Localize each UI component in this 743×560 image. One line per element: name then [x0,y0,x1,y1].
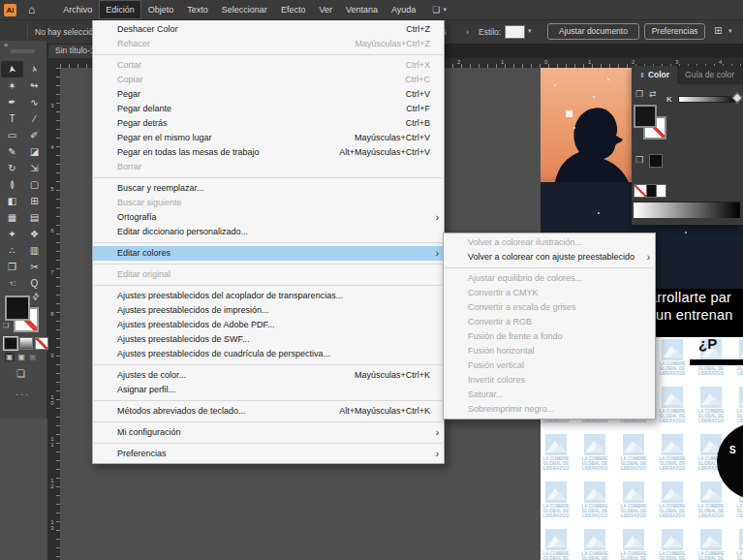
menu-efecto[interactable]: Efecto [274,0,313,19]
artboard-tool[interactable]: ❐ [1,259,23,275]
free-transform-tool[interactable]: ▢ [23,176,46,193]
style-swatch[interactable] [505,25,525,39]
menu-objeto[interactable]: Objeto [141,0,181,19]
black-swatch[interactable] [647,184,657,198]
current-color-swatch[interactable] [649,154,663,168]
tab-color[interactable]: ⇕Color [632,66,677,84]
editar-colores-item-fusion-de-frente-a-fondo[interactable]: Fusión de frente a fondo [444,329,655,344]
draw-behind-icon[interactable]: ▣ [18,353,26,361]
menu-ayuda[interactable]: Ayuda [385,0,422,19]
edit-menu-item-deshacer-color[interactable]: Deshacer ColorCtrl+Z [93,22,444,37]
menu-archivo[interactable]: Archivo [56,0,99,19]
pencil-tool[interactable]: ✎ [1,143,23,160]
edit-menu-item-editar-original[interactable]: Editar original [93,267,444,282]
swap-fill-stroke-icon[interactable]: ⇄ [30,291,42,302]
color-mode-gradient[interactable] [19,337,33,350]
edit-menu-item-ajustes-preestablecidos-de-adobe-pdf[interactable]: Ajustes preestablecidos de Adobe PDF... [93,318,444,332]
line-segment-tool[interactable]: ∕ [23,110,46,127]
gradient-tool[interactable]: ▤ [23,209,46,226]
blend-tool[interactable]: ❖ [23,226,46,242]
direct-selection-tool[interactable]: ➢ [23,61,46,78]
screen-mode-icon[interactable]: ❏ [16,368,25,379]
type-tool[interactable]: T [1,110,23,127]
color-mode-solid[interactable] [4,337,17,350]
invert-colors-icon[interactable]: ⇄ [649,89,657,99]
edit-menu-item-mi-configuracion[interactable]: Mi configuración› [93,425,444,440]
edit-menu-item-editar-colores[interactable]: Editar colores› [93,246,444,261]
eraser-tool[interactable]: ◪ [23,143,46,160]
edit-menu-item-borrar[interactable]: Borrar [93,160,444,174]
column-graph-tool[interactable]: ▥ [23,242,46,259]
eyedropper-tool[interactable]: ✦ [1,226,23,242]
k-slider-track[interactable] [678,96,738,103]
draw-normal-icon[interactable]: ▣ [5,353,15,361]
pen-tool[interactable]: ✒ [1,94,23,110]
rotate-tool[interactable]: ↻ [1,160,23,176]
panel-fill-chip[interactable] [634,105,657,128]
color-spectrum-ramp[interactable] [634,202,740,218]
edit-menu-item-cortar[interactable]: CortarCtrl+X [93,58,444,73]
slice-tool[interactable]: ✂ [23,259,46,275]
chevron-down-icon[interactable]: ▾ [728,27,732,35]
edit-menu-item-preferencias[interactable]: Preferencias› [93,447,444,461]
editar-colores-item-saturar[interactable]: Saturar... [444,388,655,402]
edit-menu-item-ajustes-de-color[interactable]: Ajustes de color...Mayúsculas+Ctrl+K [93,368,444,383]
white-swatch[interactable] [657,184,666,198]
menu-ventana[interactable]: Ventana [339,0,385,19]
mesh-tool[interactable]: ▦ [1,209,23,226]
edit-menu-item-pegar-en-todas-las-mesas-de-trabajo[interactable]: Pegar en todas las mesas de trabajoAlt+M… [93,145,444,160]
illustrator-logo-icon[interactable]: Ai [4,4,16,16]
edit-menu-item-editar-diccionario-personalizado[interactable]: Editar diccionario personalizado... [93,225,444,239]
more-tools-ellipsis[interactable]: ··· [15,389,30,399]
chevron-right-icon[interactable]: › [466,27,469,37]
home-icon[interactable]: ⌂ [28,0,35,19]
edit-menu-item-asignar-perfil[interactable]: Asignar perfil... [93,383,444,397]
editar-colores-item-fusion-horizontal[interactable]: Fusión horizontal [444,344,655,358]
magic-wand-tool[interactable]: ✶ [1,78,23,94]
menu-edicion[interactable]: Edición [99,0,141,19]
fill-color-chip[interactable] [5,296,30,321]
menu-ver[interactable]: Ver [312,0,339,19]
tab-guia-de-color[interactable]: Guía de color [677,66,742,84]
edit-menu-item-ajustes-preestablecidos-de-cuadricula-de-p[interactable]: Ajustes preestablecidos de cuadrícula de… [93,347,444,361]
hand-tool[interactable]: ☜ [1,275,23,292]
edit-menu-item-rehacer[interactable]: RehacerMayúsculas+Ctrl+Z [93,37,444,51]
perspective-grid-tool[interactable]: ⊞ [23,193,46,209]
selection-tool[interactable]: ➤ [1,61,23,78]
web-color-cube-icon[interactable]: ❒ [635,155,643,165]
collapse-panel-icon[interactable]: « [4,41,8,49]
edit-menu-item-metodos-abreviados-de-teclado[interactable]: Métodos abreviados de teclado...Alt+Mayú… [93,404,444,419]
workspace-switcher-icon[interactable]: ❏ [432,5,440,15]
draw-inside-icon[interactable]: ▣ [29,353,37,361]
edit-menu-item-pegar-delante[interactable]: Pegar delanteCtrl+F [93,102,444,116]
symbol-sprayer-tool[interactable]: ∴ [1,242,23,259]
edit-menu-item-pegar-en-el-mismo-lugar[interactable]: Pegar en el mismo lugarMayúsculas+Ctrl+V [93,131,444,145]
panel-grip[interactable] [10,49,35,53]
edit-menu-item-buscar-siguiente[interactable]: Buscar siguiente [93,196,444,210]
width-tool[interactable]: ≬ [1,176,23,193]
shape-builder-tool[interactable]: ◧ [1,193,23,209]
ajustar-documento-button[interactable]: Ajustar documento [547,23,639,40]
edit-menu-item-pegar[interactable]: PegarCtrl+V [93,87,444,102]
edit-menu-item-pegar-detras[interactable]: Pegar detrásCtrl+B [93,116,444,131]
editar-colores-item-invertir-colores[interactable]: Invertir colores [444,373,655,388]
paintbrush-tool[interactable]: ✐ [23,127,46,143]
editar-colores-item-volver-a-colorear-ilustracion[interactable]: Volver a colorear ilustración... [444,235,655,250]
editar-colores-item-convertir-a-cmyk[interactable]: Convertir a CMYK [444,286,655,300]
editar-colores-item-volver-a-colorear-con-ajuste-preestablecid[interactable]: Volver a colorear con ajuste preestablec… [444,250,655,264]
editar-colores-item-convertir-a-rgb[interactable]: Convertir a RGB [444,315,655,329]
default-colors-icon[interactable]: ❏ [3,322,9,329]
rectangle-tool[interactable]: ▭ [1,127,23,143]
edit-menu-item-ajustes-preestablecidos-de-swf[interactable]: Ajustes preestablecidos de SWF... [93,332,444,347]
arrange-documents-icon[interactable]: ⊞ [714,25,722,36]
editar-colores-item-ajustar-equilibrio-de-colores[interactable]: Ajustar equilibrio de colores... [444,271,655,286]
color-mode-none[interactable] [35,337,48,350]
editar-colores-item-convertir-a-escala-de-grises[interactable]: Convertir a escala de grises [444,300,655,315]
collapse-icon[interactable]: ⇕ [639,72,645,78]
none-swatch[interactable] [634,184,647,198]
chevron-down-icon[interactable]: ▾ [528,27,532,35]
swatch-options-icon[interactable]: ❐ [635,89,643,99]
edit-menu-item-copiar[interactable]: CopiarCtrl+C [93,73,444,87]
scale-tool[interactable]: ⇲ [23,160,46,176]
edit-menu-item-buscar-y-reemplazar[interactable]: Buscar y reemplazar... [93,181,444,196]
